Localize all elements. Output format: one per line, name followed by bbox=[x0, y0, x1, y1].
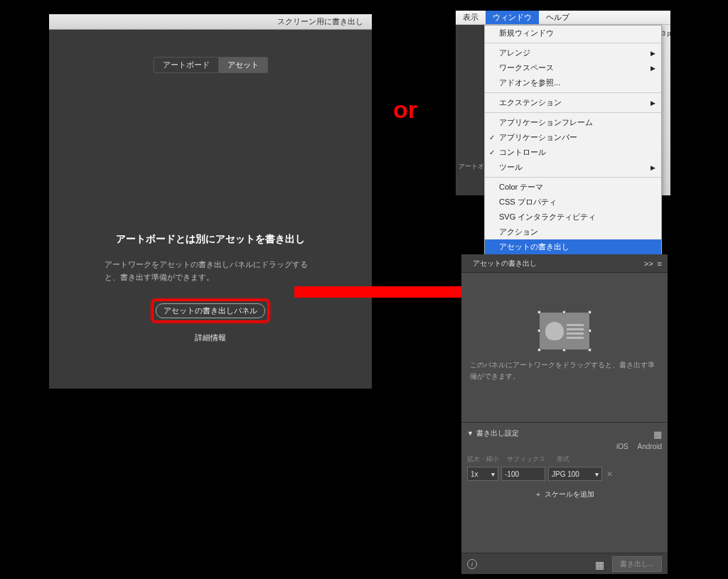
window-dropdown: 新規ウィンドウ アレンジ▶ ワークスペース▶ アドオンを参照... エクステンシ… bbox=[484, 25, 662, 270]
menu-separator bbox=[485, 92, 661, 93]
empty-description: アートワークをアセットの書き出しパネルにドラッグすると、書き出す準備ができます。 bbox=[92, 259, 329, 283]
menubar: 表示 ウィンドウ ヘルプ bbox=[456, 11, 670, 25]
export-button[interactable]: 書き出し... bbox=[612, 556, 662, 572]
menu-item-label: エクステンション bbox=[499, 97, 562, 108]
check-icon: ✓ bbox=[489, 148, 495, 156]
menu-item-label: アセットの書き出し bbox=[499, 242, 569, 252]
menu-item-label: 新規ウィンドウ bbox=[499, 28, 554, 38]
menu-item-label: コントロール bbox=[499, 147, 546, 158]
scale-presets-icon[interactable]: ▦ bbox=[653, 429, 662, 438]
add-scale-label: スケールを追加 bbox=[545, 489, 594, 499]
menu-item-label: アプリケーションフレーム bbox=[499, 117, 593, 128]
menu-separator bbox=[485, 177, 661, 178]
menu-item-label: CSS プロパティ bbox=[499, 197, 557, 207]
submenu-arrow-icon: ▶ bbox=[651, 50, 655, 57]
empty-heading: アートボードとは別にアセットを書き出し bbox=[92, 233, 329, 246]
platform-row: iOS Android bbox=[467, 443, 662, 450]
remove-scale-icon[interactable]: ✕ bbox=[606, 470, 613, 479]
chevron-down-icon: ▾ bbox=[491, 470, 495, 478]
menu-item-label: アクション bbox=[499, 227, 538, 237]
platform-android[interactable]: Android bbox=[638, 443, 662, 450]
panel-tab-asset-export[interactable]: アセットの書き出し bbox=[467, 256, 542, 271]
scale-select[interactable]: 1x▾ bbox=[467, 467, 498, 481]
menu-item-tool[interactable]: ツール▶ bbox=[485, 160, 661, 175]
menu-item-asset-export[interactable]: アセットの書き出し bbox=[485, 239, 661, 254]
col-scale-header: 拡大・縮小 bbox=[467, 455, 507, 464]
menu-separator bbox=[485, 112, 661, 113]
menu-item-addons[interactable]: アドオンを参照... bbox=[485, 75, 661, 90]
collapse-icon[interactable]: >> bbox=[644, 259, 653, 268]
menu-separator bbox=[485, 43, 661, 43]
platform-ios[interactable]: iOS bbox=[616, 443, 628, 450]
detail-info-link[interactable]: 詳細情報 bbox=[92, 332, 329, 343]
dialog-titlebar[interactable]: スクリーン用に書き出し bbox=[49, 14, 372, 30]
menu-item-label: アドオンを参照... bbox=[499, 77, 560, 88]
menu-item-arrange[interactable]: アレンジ▶ bbox=[485, 45, 661, 60]
asset-export-panel: アセットの書き出し >> ≡ このパネルにアートワークをドラッグすると、書き出す… bbox=[461, 254, 668, 574]
panel-preview-area[interactable]: このパネルにアートワークをドラッグすると、書き出す準備ができます。 bbox=[461, 273, 668, 422]
add-scale-button[interactable]: ＋スケールを追加 bbox=[467, 487, 662, 502]
panel-menu-icon[interactable]: ≡ bbox=[658, 259, 662, 268]
menu-item-label: アレンジ bbox=[499, 48, 530, 58]
menu-item-label: SVG インタラクティビティ bbox=[499, 212, 596, 222]
settings-header[interactable]: ▼ 書き出し設定 ▦ bbox=[467, 428, 662, 438]
menu-help[interactable]: ヘルプ bbox=[539, 11, 577, 24]
tab-asset[interactable]: アセット bbox=[219, 57, 268, 73]
chevron-down-icon: ▾ bbox=[595, 470, 599, 478]
menu-item-new-window[interactable]: 新規ウィンドウ bbox=[485, 26, 661, 40]
submenu-arrow-icon: ▶ bbox=[651, 99, 655, 107]
submenu-arrow-icon: ▶ bbox=[651, 164, 655, 171]
highlight-annotation: アセットの書き出しパネル bbox=[151, 299, 269, 323]
menu-view[interactable]: 表示 bbox=[456, 11, 486, 24]
scale-value: 1x bbox=[471, 470, 478, 478]
tab-row: アートボード アセット bbox=[49, 57, 372, 73]
avatar-icon bbox=[545, 322, 564, 340]
menu-item-app-frame[interactable]: アプリケーションフレーム bbox=[485, 115, 661, 130]
menu-item-label: ワークスペース bbox=[499, 63, 554, 73]
disclosure-triangle-icon[interactable]: ▼ bbox=[467, 430, 473, 437]
col-format-header: 形式 bbox=[557, 455, 569, 464]
menu-item-color-theme[interactable]: Color テーマ bbox=[485, 180, 661, 195]
menu-item-action[interactable]: アクション bbox=[485, 224, 661, 239]
menu-item-app-bar[interactable]: ✓アプリケーションバー bbox=[485, 130, 661, 145]
column-headers: 拡大・縮小 サフィックス 形式 bbox=[467, 455, 662, 464]
menu-item-label: Color テーマ bbox=[499, 182, 543, 193]
output-folder-icon[interactable]: ▦ bbox=[595, 559, 606, 569]
panel-hint-text: このパネルにアートワークをドラッグすると、書き出す準備ができます。 bbox=[470, 359, 659, 382]
tab-artboard[interactable]: アートボード bbox=[154, 57, 219, 73]
menu-item-svg-interactivity[interactable]: SVG インタラクティビティ bbox=[485, 210, 661, 224]
menu-item-extension[interactable]: エクステンション▶ bbox=[485, 95, 661, 110]
dialog-title: スクリーン用に書き出し bbox=[277, 16, 363, 27]
menu-window[interactable]: ウィンドウ bbox=[486, 11, 539, 24]
plus-icon: ＋ bbox=[535, 489, 542, 499]
settings-title: 書き出し設定 bbox=[476, 428, 519, 438]
asset-placeholder-icon bbox=[540, 313, 589, 350]
export-settings-section: ▼ 書き出し設定 ▦ iOS Android 拡大・縮小 サフィックス 形式 1… bbox=[461, 422, 668, 508]
menu-item-css-properties[interactable]: CSS プロパティ bbox=[485, 195, 661, 210]
col-suffix-header: サフィックス bbox=[507, 455, 557, 464]
export-for-screens-dialog: スクリーン用に書き出し アートボード アセット アートボードとは別にアセットを書… bbox=[49, 14, 372, 389]
format-select[interactable]: JPG 100▾ bbox=[548, 467, 602, 481]
check-icon: ✓ bbox=[489, 134, 495, 141]
menu-item-label: アプリケーションバー bbox=[499, 132, 577, 143]
info-icon[interactable]: i bbox=[467, 559, 477, 569]
menubar-area: 表示 ウィンドウ ヘルプ 新規ウィンドウ アレンジ▶ ワークスペース▶ アドオン… bbox=[456, 11, 670, 270]
or-annotation: or bbox=[393, 96, 417, 124]
format-value: JPG 100 bbox=[552, 470, 579, 478]
suffix-input[interactable]: -100 bbox=[501, 467, 545, 481]
arrow-right-annotation bbox=[294, 281, 483, 303]
menu-item-workspace[interactable]: ワークスペース▶ bbox=[485, 60, 661, 75]
submenu-arrow-icon: ▶ bbox=[651, 65, 655, 72]
panel-footer: i ▦ 書き出し... bbox=[461, 553, 668, 574]
scale-row: 1x▾ -100 JPG 100▾ ✕ bbox=[467, 467, 662, 481]
asset-export-panel-button[interactable]: アセットの書き出しパネル bbox=[156, 303, 265, 318]
suffix-value: -100 bbox=[505, 470, 519, 478]
panel-tab-row: アセットの書き出し >> ≡ bbox=[461, 254, 668, 273]
menu-item-control[interactable]: ✓コントロール bbox=[485, 145, 661, 160]
menu-item-label: ツール bbox=[499, 162, 523, 173]
